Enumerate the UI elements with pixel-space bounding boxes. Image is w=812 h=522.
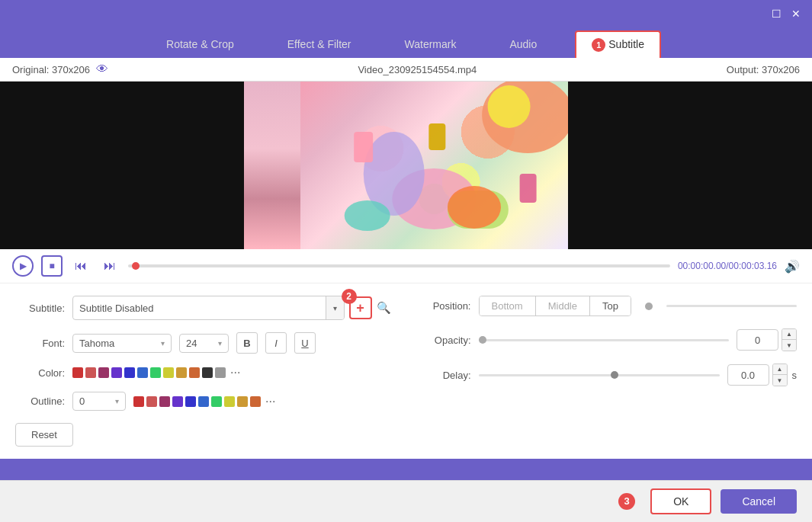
position-top-button[interactable]: Top: [590, 296, 631, 315]
video-pink-section: [244, 82, 300, 249]
subtitle-dropdown-arrow[interactable]: ▾: [326, 296, 344, 319]
color-swatch-4[interactable]: [124, 367, 135, 378]
outline-row: Outline: 0 ▾ ···: [15, 392, 391, 411]
color-swatch-1[interactable]: [85, 367, 96, 378]
color-label: Color:: [15, 367, 65, 379]
info-bar: Original: 370x206 👁 Video_230925154554.m…: [0, 58, 812, 82]
font-select[interactable]: Tahoma ▾: [72, 334, 172, 353]
delay-down[interactable]: ▼: [773, 375, 787, 386]
volume-icon[interactable]: 🔊: [785, 259, 800, 274]
play-button[interactable]: ▶: [12, 255, 34, 277]
ok-button[interactable]: OK: [650, 488, 711, 514]
reset-row: Reset: [15, 423, 391, 447]
position-label: Position:: [422, 300, 471, 312]
video-right-black: [568, 82, 812, 249]
delay-unit: s: [792, 370, 798, 381]
settings-area: Subtitle: Subtitle Disabled ▾ 2 + 🔍 Font…: [0, 283, 812, 459]
outline-swatch-5[interactable]: [198, 396, 209, 407]
color-swatch-6[interactable]: [150, 367, 161, 378]
subtitle-value: Subtitle Disabled: [73, 299, 326, 318]
tab-effect-filter[interactable]: Effect & Filter: [272, 32, 367, 56]
outline-swatch-2[interactable]: [159, 396, 170, 407]
reset-button[interactable]: Reset: [15, 423, 73, 447]
color-swatch-8[interactable]: [176, 367, 187, 378]
color-swatch-9[interactable]: [189, 367, 200, 378]
font-row: Font: Tahoma ▾ 24 ▾ B I U: [15, 332, 391, 354]
outline-swatch-9[interactable]: [250, 396, 261, 407]
outline-more-button[interactable]: ···: [265, 395, 275, 408]
outline-swatch-4[interactable]: [185, 396, 196, 407]
search-subtitle-button[interactable]: 🔍: [377, 301, 391, 315]
subtitle-row: Subtitle: Subtitle Disabled ▾ 2 + 🔍: [15, 296, 391, 320]
step2-badge: 2: [342, 289, 357, 304]
opacity-slider-wrap: [479, 332, 730, 347]
color-swatch-7[interactable]: [163, 367, 174, 378]
color-swatch-0[interactable]: [72, 367, 83, 378]
color-more-button[interactable]: ···: [230, 366, 240, 379]
bold-button[interactable]: B: [236, 332, 258, 354]
size-dropdown-icon: ▾: [218, 339, 222, 347]
color-swatch-11[interactable]: [215, 367, 226, 378]
outline-select[interactable]: 0 ▾: [72, 392, 126, 411]
subtitle-select[interactable]: Subtitle Disabled ▾: [72, 296, 345, 320]
svg-point-8: [448, 186, 501, 229]
tab-bar: Rotate & Crop Effect & Filter Watermark …: [0, 27, 812, 58]
minimize-button[interactable]: ☐: [768, 5, 785, 22]
color-swatch-10[interactable]: [202, 367, 213, 378]
visibility-icon[interactable]: 👁: [96, 62, 108, 76]
outline-swatch-3[interactable]: [172, 396, 183, 407]
tab-watermark[interactable]: Watermark: [390, 32, 472, 56]
underline-button[interactable]: U: [294, 332, 316, 354]
outline-swatch-6[interactable]: [211, 396, 222, 407]
cancel-button[interactable]: Cancel: [721, 489, 797, 514]
step1-badge: 1: [592, 38, 605, 52]
opacity-down[interactable]: ▼: [782, 340, 796, 351]
opacity-up[interactable]: ▲: [782, 329, 796, 340]
opacity-slider-dot: [479, 336, 486, 344]
color-row: Color: ···: [15, 366, 391, 379]
svg-point-9: [345, 200, 390, 231]
delay-up[interactable]: ▲: [773, 364, 787, 375]
color-swatch-5[interactable]: [137, 367, 148, 378]
position-buttons: Bottom Middle Top: [479, 296, 631, 316]
tab-audio[interactable]: Audio: [494, 32, 552, 56]
subtitle-select-wrap: Subtitle Disabled ▾ 2 + 🔍: [72, 296, 391, 320]
tab-subtitle[interactable]: 1Subtitle: [575, 30, 661, 58]
delay-slider-wrap: [479, 367, 720, 383]
size-select[interactable]: 24 ▾: [179, 334, 229, 353]
opacity-value: 0: [737, 329, 778, 351]
opacity-row: Opacity: 0 ▲ ▼: [422, 328, 798, 351]
close-button[interactable]: ✕: [788, 5, 804, 22]
outline-swatch-8[interactable]: [237, 396, 248, 407]
outline-swatch-1[interactable]: [146, 396, 157, 407]
video-preview: [0, 82, 812, 249]
opacity-label: Opacity:: [422, 335, 471, 346]
position-slider[interactable]: [666, 305, 797, 307]
position-slider-dot: [645, 303, 653, 310]
outline-dropdown-icon: ▾: [115, 397, 119, 405]
opacity-input-wrap: 0 ▲ ▼: [737, 328, 797, 351]
delay-value: 0.0: [727, 364, 769, 386]
progress-bar[interactable]: [128, 264, 670, 267]
color-swatch-2[interactable]: [98, 367, 109, 378]
delay-slider[interactable]: [479, 374, 720, 376]
position-middle-button[interactable]: Middle: [536, 296, 590, 315]
video-main-section: [300, 82, 568, 249]
outline-swatch-0[interactable]: [133, 396, 144, 407]
delay-spinner: ▲ ▼: [772, 363, 788, 386]
opacity-slider[interactable]: [479, 339, 730, 341]
italic-button[interactable]: I: [265, 332, 287, 354]
add-button-wrap: 2 +: [349, 296, 372, 319]
video-left-black: [0, 82, 244, 249]
title-bar: ☐ ✕: [0, 0, 812, 27]
stop-button[interactable]: ■: [41, 255, 63, 277]
tab-rotate-crop[interactable]: Rotate & Crop: [151, 32, 249, 56]
next-button[interactable]: ⏭: [99, 255, 120, 277]
prev-button[interactable]: ⏮: [70, 255, 91, 277]
position-bottom-button[interactable]: Bottom: [480, 296, 536, 315]
progress-indicator: [132, 262, 140, 270]
output-size: Output: 370x206: [727, 64, 800, 75]
outline-swatch-7[interactable]: [224, 396, 235, 407]
font-label: Font:: [15, 338, 65, 349]
color-swatch-3[interactable]: [111, 367, 122, 378]
